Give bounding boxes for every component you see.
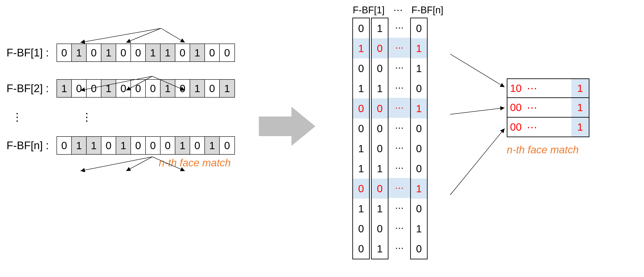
- cell: 0: [411, 118, 427, 139]
- cell: 0: [411, 18, 427, 38]
- match-prefix: 10: [508, 82, 524, 94]
- hdots-icon: ⋯: [388, 78, 410, 98]
- vdots-icon: ⋮: [6, 111, 28, 123]
- right-vertical-representation: F-BF[1] ⋯ F-BF[n] 0 1 0 1 0 0 1 1 0 1 0 …: [352, 4, 446, 259]
- cell: 1: [353, 159, 369, 179]
- hdots-icon: ⋯: [388, 18, 410, 38]
- fbf-vdots-row: ⋮ ⋮: [6, 111, 235, 123]
- bit: 0: [131, 137, 146, 154]
- bit: 1: [101, 44, 116, 61]
- hdots-icon: ⋯: [388, 238, 410, 258]
- hdots-icon: ⋯: [388, 218, 410, 238]
- match-result-box: 10 ⋯ 1 00 ⋯ 1 00 ⋯ 1 n-th face match: [507, 78, 590, 156]
- bit: 0: [57, 137, 72, 154]
- cell: 1: [411, 38, 427, 58]
- cell: 0: [353, 98, 369, 118]
- cell: 1: [372, 199, 388, 219]
- left-horizontal-representation: F-BF[1] : 0 1 0 1 0 0 1 1 0 1 0 0 F-BF[2…: [6, 31, 235, 169]
- match-prefix: 00: [508, 102, 524, 113]
- svg-marker-0: [259, 107, 315, 146]
- bit: 0: [86, 80, 101, 97]
- cell: 1: [411, 58, 427, 78]
- cell: 1: [353, 139, 369, 159]
- cell: 0: [372, 139, 388, 159]
- bit: 1: [190, 80, 205, 97]
- col-header-n: F-BF[n]: [409, 5, 446, 16]
- col-2: 1 0 0 1 0 0 0 1 0 1 0 1: [371, 18, 388, 259]
- bit: 0: [57, 44, 72, 61]
- match-prefix: 00: [508, 121, 524, 133]
- match-row: 00 ⋯ 1: [507, 98, 590, 118]
- bit: 0: [146, 80, 160, 97]
- col-1: 0 1 0 1 0 0 1 1 0 1 0 0: [352, 18, 370, 259]
- bit: 1: [72, 137, 86, 154]
- cell: 0: [372, 118, 388, 139]
- fbf-label-2: F-BF[2] :: [6, 82, 56, 95]
- cell: 1: [372, 18, 388, 38]
- hdots-icon: ⋯: [388, 138, 410, 158]
- fbf-label-1: F-BF[1] :: [6, 46, 56, 59]
- bit: 1: [160, 44, 175, 61]
- cell: 1: [411, 98, 427, 118]
- cell: 0: [372, 58, 388, 78]
- bit: 1: [220, 80, 234, 97]
- svg-line-3: [450, 128, 504, 195]
- svg-line-1: [450, 54, 504, 87]
- bit: 0: [131, 80, 146, 97]
- bit: 0: [116, 44, 131, 61]
- hdots-icon: ⋯: [388, 58, 410, 78]
- bit: 1: [72, 44, 86, 61]
- fbf-label-n: F-BF[n] :: [6, 139, 56, 152]
- bit: 1: [190, 44, 205, 61]
- bit: 1: [86, 137, 101, 154]
- vdots-icon: ⋮: [28, 111, 146, 123]
- bit: 1: [57, 80, 72, 97]
- cell: 1: [411, 219, 427, 239]
- cell: 0: [372, 179, 388, 199]
- bit: 0: [101, 137, 116, 154]
- bit: 1: [175, 137, 190, 154]
- cell: 0: [353, 239, 369, 259]
- hdots-icon: ⋯: [524, 82, 540, 94]
- left-caption: n-th face match: [159, 157, 235, 169]
- bit: 0: [175, 80, 190, 97]
- cell: 0: [411, 239, 427, 259]
- bit: 0: [220, 137, 234, 154]
- col-mid: ⋯ ⋯ ⋯ ⋯ ⋯ ⋯ ⋯ ⋯ ⋯ ⋯ ⋯ ⋯: [388, 18, 410, 258]
- cell: 0: [353, 58, 369, 78]
- hdots-icon: ⋯: [388, 118, 410, 138]
- match-last: 1: [571, 98, 589, 117]
- cell: 0: [353, 18, 369, 38]
- match-last: 1: [571, 79, 589, 97]
- cell: 1: [411, 179, 427, 199]
- bit: 0: [86, 44, 101, 61]
- cell: 0: [372, 38, 388, 58]
- hdots-icon: ⋯: [388, 198, 410, 218]
- cell: 0: [411, 78, 427, 98]
- cell: 1: [372, 159, 388, 179]
- bit: 0: [205, 44, 220, 61]
- bit: 1: [146, 44, 160, 61]
- hdots-icon: ⋯: [388, 98, 410, 118]
- hdots-icon: ⋯: [524, 102, 540, 114]
- fbf-row-2: F-BF[2] : 1 0 0 1 0 0 0 1 0 1 0 1: [6, 79, 235, 98]
- fbf-row-1: F-BF[1] : 0 1 0 1 0 0 1 1 0 1 0 0: [6, 44, 235, 62]
- cell: 0: [353, 219, 369, 239]
- hdots-icon: ⋯: [388, 158, 410, 178]
- bit: 0: [190, 137, 205, 154]
- bit: 0: [146, 137, 160, 154]
- col-header-mid: ⋯: [389, 4, 407, 16]
- cell: 1: [353, 199, 369, 219]
- cell: 0: [353, 179, 369, 199]
- cell: 0: [353, 118, 369, 139]
- bit: 0: [116, 80, 131, 97]
- cell: 0: [411, 139, 427, 159]
- bit: 0: [72, 80, 86, 97]
- cell: 0: [411, 199, 427, 219]
- cell: 1: [372, 239, 388, 259]
- fbf-row-n: F-BF[n] : 0 1 1 0 1 0 0 0 1 0 1 0: [6, 136, 235, 155]
- bit: 0: [175, 44, 190, 61]
- col-header-1: F-BF[1]: [350, 5, 387, 16]
- hdots-icon: ⋯: [388, 38, 410, 58]
- bit: 0: [160, 137, 175, 154]
